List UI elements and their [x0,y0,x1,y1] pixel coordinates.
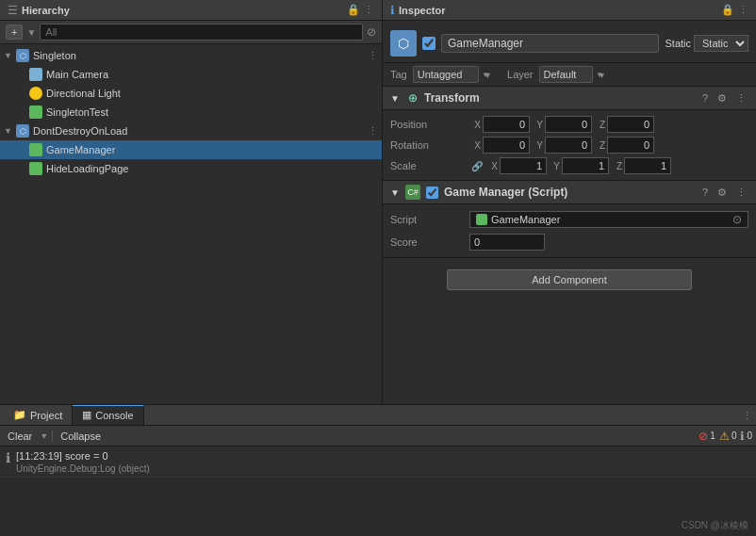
transform-settings-btn[interactable]: ⚙ [715,91,729,106]
hierarchy-menu-icon[interactable]: ☰ [8,4,18,17]
console-filters: ⊘ 1 ⚠ 0 ℹ 0 [698,430,752,443]
filter-errors[interactable]: ⊘ 1 [698,430,715,443]
transform-arrow-icon: ▼ [390,93,402,104]
scale-y-input[interactable] [562,157,609,174]
hierarchy-title: Hierarchy [22,5,70,16]
gamemanager-label: GameManager [46,144,115,155]
transform-body: Position X Y Z Rotation [383,110,756,181]
console-log-content: ℹ [11:23:19] score = 0 UnityEngine.Debug… [0,447,756,536]
add-component-button[interactable]: Add Component [447,269,692,290]
hierarchy-lock-icon[interactable]: 🔒 [347,4,360,16]
script-component-body: Script GameManager ⊙ Score [383,204,756,258]
script-component-enabled-checkbox[interactable] [426,187,438,199]
script-settings-btn[interactable]: ⚙ [715,186,729,200]
tab-console[interactable]: ▦ Console [73,405,143,425]
script-arrow-icon: ▼ [390,187,402,198]
gameobject-icon: ⬡ [390,30,417,57]
scale-z-input[interactable] [624,157,671,174]
inspector-lock-icon[interactable]: 🔒 [721,4,734,16]
script-ref-select-btn[interactable]: ⊙ [732,213,742,226]
position-row: Position X Y Z [390,114,748,135]
tab-project[interactable]: 📁 Project [4,405,73,425]
bottom-panel: 📁 Project ▦ Console ⋮ Clear ▼ Collapse ⊘… [0,404,756,536]
rotation-row: Rotation X Y Z [390,135,748,155]
layer-select[interactable]: Default [539,66,593,83]
tree-item-main-camera[interactable]: Main Camera [0,65,382,84]
light-icon [28,86,43,101]
inspector-title: Inspector [399,5,446,16]
error-icon: ⊘ [698,430,708,443]
rot-x-input[interactable] [483,137,530,154]
inspector-panel: ℹ Inspector 🔒 ⋮ ⬡ Static Static [383,0,756,404]
hierarchy-header: ☰ Hierarchy 🔒 ⋮ [0,0,382,21]
hierarchy-search-input[interactable] [40,24,363,41]
hierarchy-add-button[interactable]: + [6,24,23,40]
tag-label: Tag [390,69,407,80]
log-entry-1[interactable]: ℹ [11:23:19] score = 0 UnityEngine.Debug… [0,447,756,478]
transform-help-btn[interactable]: ? [700,91,710,105]
tree-item-singletontest[interactable]: SingletonTest [0,103,382,122]
tree-item-gamemanager[interactable]: GameManager [0,140,382,159]
hideloading-icon [28,161,43,176]
pos-z-input[interactable] [607,116,654,133]
pos-y-label: Y [532,120,543,130]
script-field-label: Script [390,214,466,225]
pos-y-input[interactable] [545,116,592,133]
tree-item-hideloading[interactable]: HideLoadingPage [0,159,382,178]
rot-z-input[interactable] [607,137,654,154]
static-row: Static Static [665,35,748,52]
script-more-btn[interactable]: ⋮ [734,186,748,200]
dontdestroy-actions[interactable]: ⋮ [368,125,378,138]
console-toolbar: Clear ▼ Collapse ⊘ 1 ⚠ 0 ℹ 0 [0,426,756,447]
directional-light-label: Directional Light [46,88,121,99]
filter-logs[interactable]: ℹ 0 [740,430,752,443]
inspector-more-icon[interactable]: ⋮ [738,4,748,16]
log-filter-icon: ℹ [740,430,745,443]
tree-item-singleton[interactable]: ▼ ⬡ Singleton ⋮ [0,46,382,65]
console-collapse-button[interactable]: Collapse [57,430,105,443]
singletontest-icon [28,105,43,120]
hierarchy-more-icon[interactable]: ⋮ [364,4,374,16]
clear-dropdown-icon[interactable]: ▼ [40,431,48,441]
project-tab-icon: 📁 [13,409,26,421]
camera-icon [28,67,43,82]
gameobject-header: ⬡ Static Static [383,24,756,63]
error-count: 1 [710,430,715,441]
scale-row: Scale 🔗 X Y Z [390,155,748,176]
rot-z-label: Z [594,140,605,151]
transform-title: Transform [424,91,697,105]
position-label: Position [390,119,466,130]
position-xyz: X Y Z [469,116,748,133]
bottom-more-icon[interactable]: ⋮ [742,410,752,421]
pos-z-label: Z [594,120,605,130]
pos-x-input[interactable] [483,116,530,133]
log-entry-message: [11:23:19] score = 0 [16,449,150,463]
tree-item-directional-light[interactable]: Directional Light [0,84,382,103]
transform-more-btn[interactable]: ⋮ [734,91,748,106]
gameobject-active-checkbox[interactable] [422,37,436,50]
rot-x-label: X [469,140,481,151]
gameobject-name-input[interactable] [441,34,659,53]
script-help-btn[interactable]: ? [700,186,710,199]
hierarchy-search-button[interactable]: ⊘ [367,25,376,39]
tree-item-dontdestroy[interactable]: ▼ ⬡ DontDestroyOnLoad ⋮ [0,122,382,140]
hierarchy-arrow-icon: ▼ [26,27,36,38]
transform-actions: ? ⚙ ⋮ [700,91,748,106]
filter-warnings[interactable]: ⚠ 0 [719,430,737,443]
script-component-header[interactable]: ▼ C# Game Manager (Script) ? ⚙ ⋮ [383,181,756,204]
transform-icon: ⊕ [405,90,420,106]
static-dropdown[interactable]: Static [694,35,748,52]
main-camera-label: Main Camera [46,69,108,80]
bottom-tab-actions: ⋮ [742,409,752,422]
script-component-title: Game Manager (Script) [444,186,697,199]
log-entry-detail: UnityEngine.Debug:Log (object) [16,463,150,474]
rot-y-input[interactable] [545,137,592,154]
script-component-icon: C# [405,185,420,200]
console-clear-button[interactable]: Clear [4,430,36,443]
scale-x-input[interactable] [500,157,547,174]
scale-xyz: X Y Z [486,157,748,174]
score-field-input[interactable] [469,234,545,251]
transform-header[interactable]: ▼ ⊕ Transform ? ⚙ ⋮ [383,87,756,110]
singleton-actions[interactable]: ⋮ [368,50,378,62]
tag-select[interactable]: Untagged [413,66,479,83]
